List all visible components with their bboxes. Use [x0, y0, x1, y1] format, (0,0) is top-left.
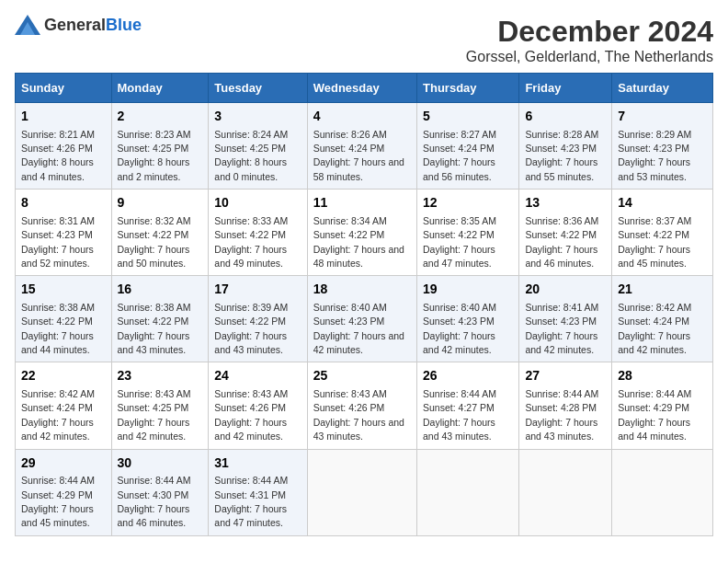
- daylight-text: Daylight: 7 hours and 42 minutes.: [618, 330, 690, 355]
- sunset-text: Sunset: 4:31 PM: [214, 489, 286, 500]
- day-number: 9: [118, 194, 203, 213]
- day-number: 18: [313, 281, 411, 299]
- daylight-text: Daylight: 7 hours and 43 minutes.: [214, 330, 287, 355]
- sunrise-text: Sunrise: 8:23 AM: [118, 129, 191, 140]
- daylight-text: Daylight: 7 hours and 42 minutes.: [118, 417, 190, 442]
- table-row: 5Sunrise: 8:27 AMSunset: 4:24 PMDaylight…: [417, 103, 519, 190]
- sunset-text: Sunset: 4:27 PM: [423, 402, 495, 413]
- daylight-text: Daylight: 7 hours and 43 minutes.: [313, 417, 404, 442]
- sunset-text: Sunset: 4:22 PM: [618, 229, 689, 240]
- table-row: [417, 449, 519, 535]
- logo-general: General: [44, 16, 106, 34]
- daylight-text: Daylight: 7 hours and 43 minutes.: [423, 417, 495, 442]
- sunrise-text: Sunrise: 8:43 AM: [313, 388, 387, 399]
- table-row: 16Sunrise: 8:38 AMSunset: 4:22 PMDayligh…: [111, 276, 209, 362]
- daylight-text: Daylight: 7 hours and 44 minutes.: [618, 417, 690, 442]
- sunrise-text: Sunrise: 8:29 AM: [618, 129, 691, 140]
- sunrise-text: Sunrise: 8:38 AM: [118, 302, 191, 313]
- daylight-text: Daylight: 7 hours and 47 minutes.: [214, 503, 287, 528]
- table-row: [307, 449, 416, 535]
- daylight-text: Daylight: 7 hours and 53 minutes.: [618, 156, 690, 181]
- sunset-text: Sunset: 4:22 PM: [214, 316, 286, 327]
- table-row: 1Sunrise: 8:21 AMSunset: 4:26 PMDaylight…: [16, 103, 112, 190]
- daylight-text: Daylight: 7 hours and 56 minutes.: [423, 156, 495, 181]
- sunset-text: Sunset: 4:22 PM: [423, 229, 495, 240]
- day-number: 26: [423, 367, 513, 385]
- table-row: 10Sunrise: 8:33 AMSunset: 4:22 PMDayligh…: [209, 190, 307, 276]
- sunrise-text: Sunrise: 8:36 AM: [525, 215, 598, 226]
- header: GeneralBlue December 2024 Gorssel, Gelde…: [15, 15, 713, 65]
- day-number: 6: [525, 108, 606, 126]
- sunrise-text: Sunrise: 8:44 AM: [423, 388, 496, 399]
- day-number: 7: [618, 108, 707, 126]
- sunrise-text: Sunrise: 8:41 AM: [525, 302, 598, 313]
- daylight-text: Daylight: 7 hours and 44 minutes.: [21, 330, 94, 355]
- table-row: 27Sunrise: 8:44 AMSunset: 4:28 PMDayligh…: [519, 362, 612, 449]
- table-row: 30Sunrise: 8:44 AMSunset: 4:30 PMDayligh…: [111, 449, 209, 535]
- table-row: 29Sunrise: 8:44 AMSunset: 4:29 PMDayligh…: [16, 449, 112, 535]
- table-row: 12Sunrise: 8:35 AMSunset: 4:22 PMDayligh…: [417, 190, 519, 276]
- table-row: 18Sunrise: 8:40 AMSunset: 4:23 PMDayligh…: [307, 276, 416, 362]
- sunset-text: Sunset: 4:25 PM: [118, 402, 189, 413]
- sunrise-text: Sunrise: 8:44 AM: [118, 475, 191, 486]
- table-row: 24Sunrise: 8:43 AMSunset: 4:26 PMDayligh…: [209, 362, 307, 449]
- day-number: 21: [618, 281, 707, 299]
- main-title: December 2024: [466, 15, 713, 49]
- header-monday: Monday: [111, 74, 209, 103]
- day-number: 8: [21, 194, 106, 213]
- daylight-text: Daylight: 8 hours and 0 minutes.: [214, 156, 287, 181]
- daylight-text: Daylight: 7 hours and 45 minutes.: [21, 503, 94, 528]
- day-number: 14: [618, 194, 707, 213]
- day-number: 19: [423, 281, 513, 299]
- daylight-text: Daylight: 7 hours and 46 minutes.: [525, 244, 597, 269]
- daylight-text: Daylight: 8 hours and 2 minutes.: [118, 156, 190, 181]
- table-row: 23Sunrise: 8:43 AMSunset: 4:25 PMDayligh…: [111, 362, 209, 449]
- sunrise-text: Sunrise: 8:44 AM: [525, 388, 598, 399]
- sunrise-text: Sunrise: 8:28 AM: [525, 129, 598, 140]
- sunset-text: Sunset: 4:24 PM: [21, 402, 93, 413]
- table-row: 3Sunrise: 8:24 AMSunset: 4:25 PMDaylight…: [209, 103, 307, 190]
- sunset-text: Sunset: 4:22 PM: [118, 229, 189, 240]
- day-number: 25: [313, 367, 411, 385]
- daylight-text: Daylight: 7 hours and 42 minutes.: [423, 330, 495, 355]
- sunrise-text: Sunrise: 8:37 AM: [618, 215, 691, 226]
- sunset-text: Sunset: 4:22 PM: [21, 316, 93, 327]
- day-number: 31: [214, 454, 301, 473]
- sunset-text: Sunset: 4:26 PM: [214, 402, 286, 413]
- calendar-body: 1Sunrise: 8:21 AMSunset: 4:26 PMDaylight…: [16, 103, 713, 536]
- sunset-text: Sunset: 4:23 PM: [21, 229, 93, 240]
- day-number: 22: [21, 367, 106, 385]
- day-number: 16: [118, 281, 203, 299]
- header-wednesday: Wednesday: [307, 74, 416, 103]
- daylight-text: Daylight: 8 hours and 4 minutes.: [21, 156, 94, 181]
- day-number: 13: [525, 194, 606, 213]
- table-row: 6Sunrise: 8:28 AMSunset: 4:23 PMDaylight…: [519, 103, 612, 190]
- sunset-text: Sunset: 4:22 PM: [525, 229, 597, 240]
- table-row: 4Sunrise: 8:26 AMSunset: 4:24 PMDaylight…: [307, 103, 416, 190]
- sunrise-text: Sunrise: 8:39 AM: [214, 302, 288, 313]
- day-number: 4: [313, 108, 411, 126]
- sunrise-text: Sunrise: 8:40 AM: [313, 302, 387, 313]
- day-number: 29: [21, 454, 106, 473]
- sunset-text: Sunset: 4:25 PM: [214, 143, 286, 154]
- day-number: 17: [214, 281, 301, 299]
- table-row: 21Sunrise: 8:42 AMSunset: 4:24 PMDayligh…: [612, 276, 713, 362]
- sunset-text: Sunset: 4:23 PM: [423, 316, 495, 327]
- sunrise-text: Sunrise: 8:43 AM: [118, 388, 191, 399]
- daylight-text: Daylight: 7 hours and 43 minutes.: [118, 330, 190, 355]
- day-number: 5: [423, 108, 513, 126]
- day-number: 24: [214, 367, 301, 385]
- sunrise-text: Sunrise: 8:33 AM: [214, 215, 288, 226]
- sunrise-text: Sunrise: 8:42 AM: [21, 388, 95, 399]
- daylight-text: Daylight: 7 hours and 50 minutes.: [118, 244, 190, 269]
- sunset-text: Sunset: 4:29 PM: [21, 489, 93, 500]
- sunrise-text: Sunrise: 8:31 AM: [21, 215, 95, 226]
- table-row: 26Sunrise: 8:44 AMSunset: 4:27 PMDayligh…: [417, 362, 519, 449]
- table-row: 25Sunrise: 8:43 AMSunset: 4:26 PMDayligh…: [307, 362, 416, 449]
- day-number: 11: [313, 194, 411, 213]
- table-row: 28Sunrise: 8:44 AMSunset: 4:29 PMDayligh…: [612, 362, 713, 449]
- header-saturday: Saturday: [612, 74, 713, 103]
- sunrise-text: Sunrise: 8:38 AM: [21, 302, 95, 313]
- sunrise-text: Sunrise: 8:42 AM: [618, 302, 691, 313]
- sunset-text: Sunset: 4:26 PM: [313, 402, 385, 413]
